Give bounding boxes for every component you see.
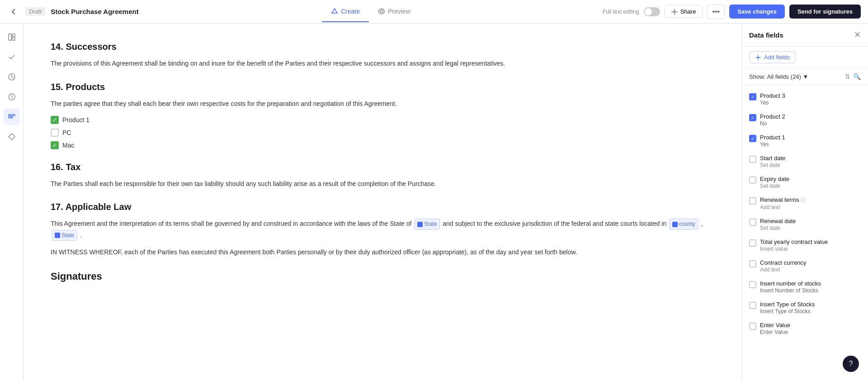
field-checkbox-enter-value[interactable] — [749, 323, 756, 330]
field-item-start-date[interactable]: Start dateSet date — [742, 151, 868, 172]
section-applicable-law: 17. Applicable Law This Agreement and th… — [51, 202, 714, 258]
sidebar-icon-clock[interactable] — [4, 69, 20, 85]
field-name-renewal-date: Renewal date — [760, 218, 861, 224]
field-item-renewal-date[interactable]: Renewal dateSet date — [742, 214, 868, 235]
close-icon[interactable]: ✕ — [854, 30, 861, 40]
add-fields-button[interactable]: Add fields — [749, 51, 796, 63]
svg-rect-4 — [12, 38, 15, 40]
full-text-toggle[interactable] — [644, 7, 660, 16]
right-panel-header: Data fields ✕ — [742, 24, 868, 47]
header-actions: Full text editing Share ••• Save changes… — [603, 5, 861, 19]
field-item-product3[interactable]: Product 3Yes — [742, 89, 868, 110]
section-tax: 16. Tax The Parties shall each be respon… — [51, 162, 714, 190]
field-chip-state2[interactable]: State — [52, 230, 77, 241]
field-checkbox-contract-currency[interactable] — [749, 260, 756, 267]
checkbox-product1-label: Product 1 — [62, 116, 90, 124]
left-sidebar — [0, 24, 24, 381]
field-name-enter-value: Enter Value — [760, 322, 861, 329]
field-item-product2[interactable]: Product 2No — [742, 110, 868, 130]
field-checkbox-expiry-date[interactable] — [749, 176, 756, 184]
field-item-insert-type-stocks[interactable]: Insert Type of StocksInsert Type of Stoc… — [742, 297, 868, 318]
tab-preview[interactable]: Preview — [369, 1, 420, 22]
field-item-enter-value[interactable]: Enter ValueEnter Value — [742, 318, 868, 339]
field-checkbox-insert-type-stocks[interactable] — [749, 302, 756, 309]
field-item-contract-currency[interactable]: Contract currencyAdd text — [742, 256, 868, 276]
field-item-product1[interactable]: Product 1Yes — [742, 130, 868, 151]
field-chip-state1[interactable]: State — [414, 219, 440, 229]
field-checkbox-start-date[interactable] — [749, 156, 756, 163]
fields-list: Product 3YesProduct 2NoProduct 1YesStart… — [742, 85, 868, 381]
section-applicable-law-p2: IN WITNESS WHEREOF, each of the Parties … — [51, 247, 714, 258]
signatures-title: Signatures — [51, 271, 714, 282]
field-name-expiry-date: Expiry date — [760, 176, 861, 182]
field-checkbox-product2[interactable] — [749, 114, 756, 121]
document-title: Stock Purchase Agreement — [51, 8, 139, 15]
field-name-start-date: Start date — [760, 155, 861, 162]
field-checkbox-insert-number-stocks[interactable] — [749, 281, 756, 288]
field-value-start-date: Set date — [760, 162, 861, 168]
sidebar-icon-fields[interactable] — [4, 109, 20, 125]
field-item-total-yearly[interactable]: Total yearly contract valueInsert value — [742, 235, 868, 256]
checkbox-pc[interactable]: PC — [51, 129, 714, 137]
checkbox-product1-icon — [51, 116, 59, 124]
panel-filter: Show: All fields (24) ▼ ⇅ 🔍 — [742, 68, 868, 85]
field-value-renewal-terms: Add text — [760, 204, 861, 210]
field-checkbox-product3[interactable] — [749, 93, 756, 100]
checkbox-mac[interactable]: Mac — [51, 141, 714, 149]
field-item-insert-number-stocks[interactable]: Insert number of stocksInsert Number of … — [742, 276, 868, 297]
svg-point-0 — [380, 10, 383, 13]
section-successors-title: 14. Successors — [51, 42, 714, 52]
tab-create[interactable]: Create — [322, 1, 369, 22]
field-name-renewal-terms: Renewal terms ⓘ — [760, 196, 861, 204]
field-value-insert-number-stocks: Insert Number of Stocks — [760, 287, 861, 294]
field-checkbox-total-yearly[interactable] — [749, 239, 756, 247]
field-item-expiry-date[interactable]: Expiry dateSet date — [742, 172, 868, 193]
send-button[interactable]: Send for signatures — [789, 5, 861, 19]
field-value-renewal-date: Set date — [760, 225, 861, 231]
draft-badge: Draft — [25, 7, 45, 16]
checkbox-pc-label: PC — [62, 129, 71, 136]
document-content: 14. Successors The provisions of this Ag… — [24, 24, 741, 381]
sort-icon[interactable]: ⇅ — [845, 73, 850, 80]
sidebar-icon-diamond[interactable] — [4, 129, 20, 145]
checkbox-product1[interactable]: Product 1 — [51, 116, 714, 124]
more-button[interactable]: ••• — [707, 5, 725, 19]
field-checkbox-product1[interactable] — [749, 135, 756, 142]
section-products: 15. Products The parties agree that they… — [51, 82, 714, 149]
field-value-contract-currency: Add text — [760, 267, 861, 273]
checkbox-mac-icon — [51, 141, 59, 149]
field-chip-icon3 — [55, 233, 60, 238]
section-products-p1: The parties agree that they shall each b… — [51, 99, 714, 110]
sidebar-icon-layout[interactable] — [4, 29, 20, 45]
section-applicable-law-p1: This Agreement and the interpretation of… — [51, 219, 714, 241]
right-panel-title: Data fields — [749, 31, 783, 39]
section-tax-p1: The Parties shall each be responsible fo… — [51, 179, 714, 190]
sidebar-icon-clock2[interactable] — [4, 89, 20, 105]
share-button[interactable]: Share — [665, 5, 703, 18]
field-chip-county[interactable]: county — [669, 219, 698, 229]
search-icon[interactable]: 🔍 — [853, 73, 861, 80]
save-button[interactable]: Save changes — [729, 5, 785, 19]
field-checkbox-renewal-date[interactable] — [749, 219, 756, 226]
field-name-total-yearly: Total yearly contract value — [760, 238, 861, 245]
field-name-contract-currency: Contract currency — [760, 259, 861, 266]
tab-nav: Create Preview — [144, 1, 597, 22]
sidebar-icon-check[interactable] — [4, 49, 20, 65]
section-products-title: 15. Products — [51, 82, 714, 92]
field-value-insert-type-stocks: Insert Type of Stocks — [760, 308, 861, 314]
field-value-expiry-date: Set date — [760, 183, 861, 189]
field-value-product3: Yes — [760, 100, 861, 106]
signatures-section: Signatures — [51, 271, 714, 282]
filter-label: Show: All fields (24) ▼ — [749, 73, 808, 80]
svg-rect-3 — [12, 34, 15, 37]
field-name-insert-type-stocks: Insert Type of Stocks — [760, 301, 861, 308]
field-checkbox-renewal-terms[interactable] — [749, 197, 756, 205]
main-layout: 14. Successors The provisions of this Ag… — [0, 24, 868, 381]
field-item-renewal-terms[interactable]: Renewal terms ⓘAdd text — [742, 193, 868, 214]
back-button[interactable] — [7, 5, 20, 18]
full-text-label: Full text editing — [603, 9, 639, 15]
field-value-product1: Yes — [760, 141, 861, 148]
checkbox-pc-icon — [51, 129, 59, 137]
field-value-enter-value: Enter Value — [760, 329, 861, 335]
help-button[interactable]: ? — [843, 356, 859, 372]
